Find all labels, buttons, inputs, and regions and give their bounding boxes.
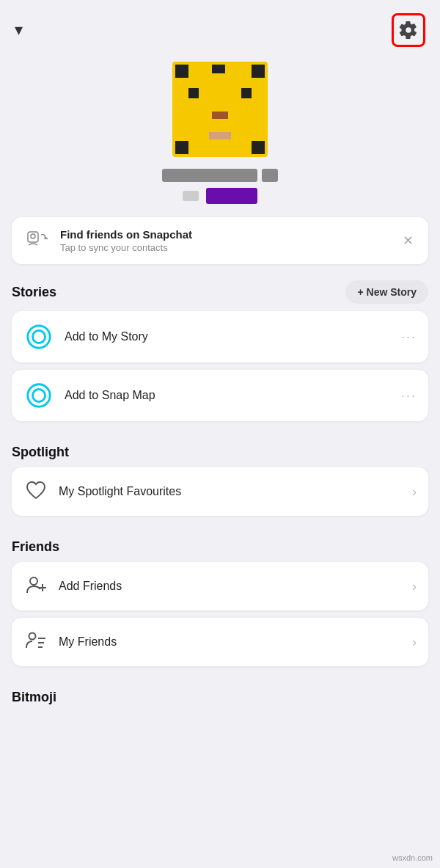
- spotlight-favourites-label: My Spotlight Favourites: [59, 485, 402, 498]
- avatar-section: [0, 54, 440, 157]
- my-story-icon: [23, 321, 54, 352]
- my-friends-icon: [23, 628, 48, 656]
- add-to-snap-map-item[interactable]: Add to Snap Map ···: [12, 370, 428, 421]
- friends-title: Friends: [12, 539, 59, 555]
- svg-point-5: [32, 389, 45, 401]
- svg-point-4: [28, 384, 50, 406]
- spotlight-title: Spotlight: [12, 445, 69, 460]
- svg-point-3: [32, 330, 45, 343]
- chevron-down-icon[interactable]: ▾: [15, 21, 23, 40]
- bitmoji-section-header: Bitmoji: [0, 674, 440, 712]
- svg-rect-0: [28, 232, 38, 242]
- add-friends-icon: [23, 572, 48, 600]
- my-friends-label: My Friends: [59, 635, 402, 649]
- find-friends-icon: [23, 227, 50, 254]
- sub-bar-left: [183, 191, 199, 201]
- top-bar: ▾: [0, 0, 440, 54]
- username-extra-bar: [262, 169, 278, 182]
- sub-info-row: [183, 188, 257, 204]
- my-friends-item[interactable]: My Friends ›: [12, 618, 428, 666]
- username-row: [162, 169, 278, 182]
- my-story-menu-button[interactable]: ···: [401, 329, 417, 345]
- my-story-label: Add to My Story: [65, 330, 391, 343]
- svg-point-6: [30, 577, 37, 585]
- new-story-button[interactable]: + New Story: [345, 280, 428, 304]
- spotlight-section-header: Spotlight: [0, 428, 440, 467]
- snap-map-icon: [23, 380, 54, 411]
- find-friends-subtitle: Tap to sync your contacts: [60, 242, 389, 253]
- person-sync-icon: [25, 229, 48, 252]
- heart-icon: [23, 478, 48, 506]
- find-friends-banner[interactable]: Find friends on Snapchat Tap to sync you…: [12, 217, 428, 264]
- find-friends-close-button[interactable]: ✕: [400, 230, 417, 252]
- bitmoji-title: Bitmoji: [12, 690, 56, 704]
- find-friends-text: Find friends on Snapchat Tap to sync you…: [60, 228, 389, 253]
- snap-map-menu-button[interactable]: ···: [401, 388, 417, 404]
- my-friends-chevron-icon: ›: [412, 635, 417, 650]
- watermark: wsxdn.com: [392, 853, 433, 862]
- add-friends-item[interactable]: Add Friends ›: [12, 562, 428, 610]
- svg-point-2: [28, 326, 50, 348]
- settings-button[interactable]: [392, 13, 425, 47]
- spotlight-favourites-item[interactable]: My Spotlight Favourites ›: [12, 467, 428, 516]
- avatar[interactable]: [172, 62, 268, 157]
- snap-map-label: Add to Snap Map: [65, 389, 391, 402]
- add-to-my-story-item[interactable]: Add to My Story ···: [12, 311, 428, 362]
- sub-bar-right: [206, 188, 257, 204]
- add-friends-chevron-icon: ›: [412, 579, 417, 594]
- stories-section-header: Stories + New Story: [0, 264, 440, 311]
- gear-icon: [399, 21, 418, 40]
- svg-point-1: [31, 234, 35, 238]
- stories-title: Stories: [12, 285, 56, 300]
- user-info: [0, 169, 440, 204]
- find-friends-title: Find friends on Snapchat: [60, 228, 389, 241]
- spotlight-chevron-icon: ›: [412, 484, 417, 500]
- svg-point-9: [29, 633, 36, 640]
- friends-section-header: Friends: [0, 523, 440, 562]
- add-friends-label: Add Friends: [59, 580, 402, 593]
- username-bar: [162, 169, 257, 182]
